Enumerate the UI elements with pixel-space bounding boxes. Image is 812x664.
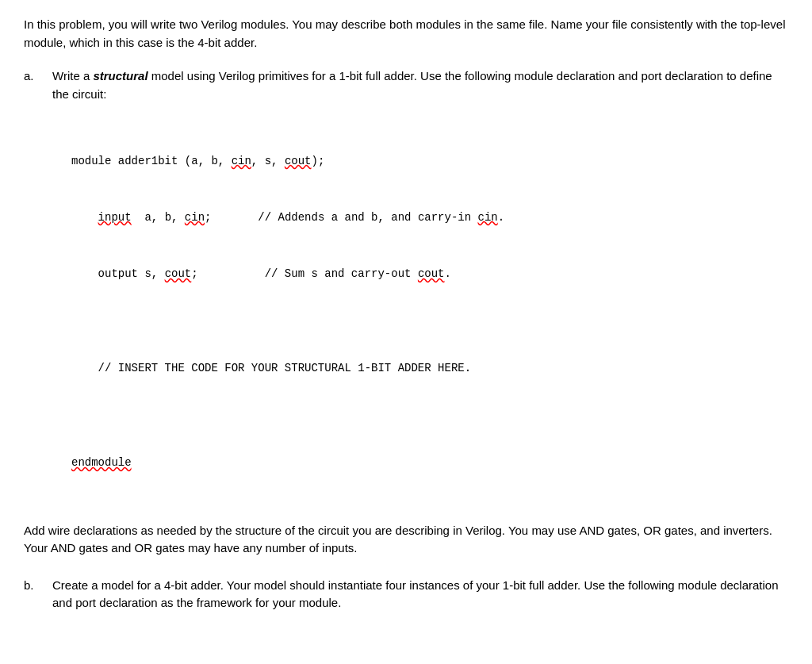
section-b: b. Create a model for a 4-bit adder. You… [24,577,788,664]
section-b-description: Create a model for a 4-bit adder. Your m… [52,577,788,612]
section-a: a. Write a structural model using Verilo… [24,67,788,558]
code-a-line1: module adder1bit (a, b, cin, s, cout); [71,152,788,171]
code-a-line2: input a, b, cin; // Addends a and b, and… [71,209,788,228]
section-a-description: Write a structural model using Verilog p… [52,67,788,103]
intro-paragraph: In this problem, you will write two Veri… [24,16,788,52]
code-a-line3: output s, cout; // Sum s and carry-out c… [71,265,788,284]
intro-text: In this problem, you will write two Veri… [24,17,785,49]
section-a-label: a. [24,67,46,86]
section-b-label: b. [24,577,46,595]
section-a-between-text: Add wire declarations as needed by the s… [24,524,772,555]
code-a-line5: // INSERT THE CODE FOR YOUR STRUCTURAL 1… [71,359,788,378]
section-b-header: b. Create a model for a 4-bit adder. You… [24,577,788,612]
code-a-line7: endmodule [71,454,788,473]
section-a-header: a. Write a structural model using Verilo… [24,67,788,103]
section-b-code: module adder4bit (A, B, Cin, S, Cout); i… [71,624,788,664]
code-b-line1: module adder4bit (A, B, Cin, S, Cout); [71,661,788,664]
section-a-between: Add wire declarations as needed by the s… [24,522,788,558]
section-a-code: module adder1bit (a, b, cin, s, cout); i… [71,114,788,511]
